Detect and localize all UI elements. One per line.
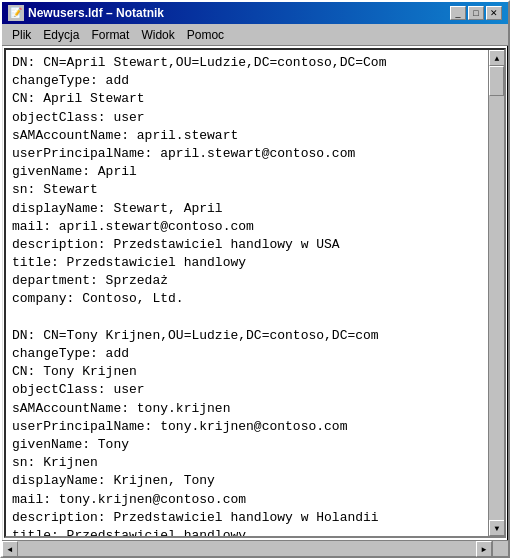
scrollbar-corner xyxy=(492,540,508,556)
app-icon: 📝 xyxy=(8,5,24,21)
scroll-track-vertical[interactable] xyxy=(489,66,504,520)
title-bar-left: 📝 Newusers.ldf – Notatnik xyxy=(8,5,164,21)
menu-bar: Plik Edycja Format Widok Pomoc xyxy=(2,24,508,46)
title-bar: 📝 Newusers.ldf – Notatnik _ □ ✕ xyxy=(2,2,508,24)
menu-file[interactable]: Plik xyxy=(6,26,37,44)
horizontal-scrollbar[interactable]: ◄ ► xyxy=(2,540,492,556)
menu-edit[interactable]: Edycja xyxy=(37,26,85,44)
main-window: 📝 Newusers.ldf – Notatnik _ □ ✕ Plik Edy… xyxy=(0,0,510,558)
scroll-down-button[interactable]: ▼ xyxy=(489,520,505,536)
scroll-thumb-vertical[interactable] xyxy=(489,66,504,96)
scroll-right-button[interactable]: ► xyxy=(476,541,492,557)
minimize-button[interactable]: _ xyxy=(450,6,466,20)
bottom-area: ◄ ► xyxy=(2,540,508,556)
content-area: DN: CN=April Stewart,OU=Ludzie,DC=contos… xyxy=(4,48,506,538)
close-button[interactable]: ✕ xyxy=(486,6,502,20)
maximize-button[interactable]: □ xyxy=(468,6,484,20)
vertical-scrollbar[interactable]: ▲ ▼ xyxy=(488,50,504,536)
scroll-up-button[interactable]: ▲ xyxy=(489,50,505,66)
text-editor[interactable]: DN: CN=April Stewart,OU=Ludzie,DC=contos… xyxy=(6,50,488,536)
title-controls: _ □ ✕ xyxy=(450,6,502,20)
menu-format[interactable]: Format xyxy=(85,26,135,44)
menu-help[interactable]: Pomoc xyxy=(181,26,230,44)
menu-view[interactable]: Widok xyxy=(135,26,180,44)
scroll-track-horizontal[interactable] xyxy=(18,541,476,556)
scroll-left-button[interactable]: ◄ xyxy=(2,541,18,557)
window-title: Newusers.ldf – Notatnik xyxy=(28,6,164,20)
